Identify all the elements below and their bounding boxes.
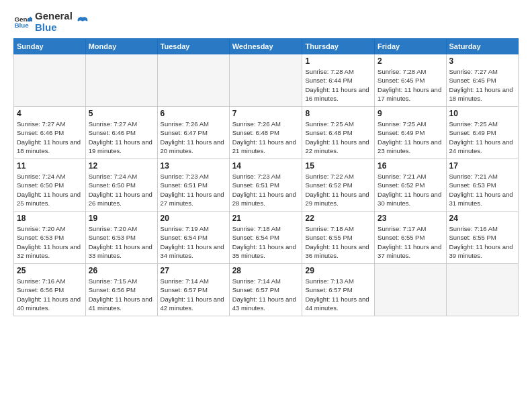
calendar-cell: 6Sunrise: 7:26 AM Sunset: 6:47 PM Daylig…: [157, 107, 229, 159]
day-info: Sunrise: 7:20 AM Sunset: 6:53 PM Dayligh…: [89, 224, 154, 260]
day-info: Sunrise: 7:16 AM Sunset: 6:55 PM Dayligh…: [449, 224, 515, 260]
weekday-header-wednesday: Wednesday: [229, 39, 302, 54]
calendar-cell: 27Sunrise: 7:14 AM Sunset: 6:57 PM Dayli…: [157, 264, 229, 316]
day-info: Sunrise: 7:20 AM Sunset: 6:53 PM Dayligh…: [17, 224, 83, 260]
calendar-week-4: 18Sunrise: 7:20 AM Sunset: 6:53 PM Dayli…: [14, 212, 519, 264]
calendar-cell: 28Sunrise: 7:14 AM Sunset: 6:57 PM Dayli…: [229, 264, 302, 316]
day-info: Sunrise: 7:25 AM Sunset: 6:49 PM Dayligh…: [378, 120, 443, 155]
day-info: Sunrise: 7:25 AM Sunset: 6:48 PM Dayligh…: [305, 120, 371, 155]
day-info: Sunrise: 7:14 AM Sunset: 6:57 PM Dayligh…: [161, 277, 226, 312]
weekday-header-tuesday: Tuesday: [157, 39, 229, 54]
calendar-cell: 21Sunrise: 7:18 AM Sunset: 6:54 PM Dayli…: [229, 212, 302, 264]
calendar-cell: 9Sunrise: 7:25 AM Sunset: 6:49 PM Daylig…: [375, 107, 446, 159]
calendar-week-5: 25Sunrise: 7:16 AM Sunset: 6:56 PM Dayli…: [14, 264, 519, 316]
calendar-cell: 23Sunrise: 7:17 AM Sunset: 6:55 PM Dayli…: [375, 212, 446, 264]
calendar-cell: 12Sunrise: 7:24 AM Sunset: 6:50 PM Dayli…: [85, 159, 157, 212]
day-number: 29: [305, 266, 371, 275]
logo-general: General: [35, 11, 73, 22]
calendar-week-1: 1Sunrise: 7:28 AM Sunset: 6:44 PM Daylig…: [14, 54, 519, 107]
day-number: 14: [232, 161, 300, 171]
calendar-cell: 18Sunrise: 7:20 AM Sunset: 6:53 PM Dayli…: [14, 212, 86, 264]
day-number: 26: [89, 266, 154, 275]
day-number: 28: [232, 266, 300, 275]
day-number: 4: [17, 109, 83, 118]
calendar-cell: 25Sunrise: 7:16 AM Sunset: 6:56 PM Dayli…: [14, 264, 86, 316]
day-number: 8: [305, 109, 371, 118]
day-number: 24: [449, 214, 515, 223]
calendar-cell: 22Sunrise: 7:18 AM Sunset: 6:55 PM Dayli…: [302, 212, 375, 264]
day-info: Sunrise: 7:26 AM Sunset: 6:47 PM Dayligh…: [161, 120, 226, 155]
day-info: Sunrise: 7:27 AM Sunset: 6:46 PM Dayligh…: [89, 120, 154, 155]
calendar-cell: 11Sunrise: 7:24 AM Sunset: 6:50 PM Dayli…: [14, 159, 86, 212]
day-info: Sunrise: 7:14 AM Sunset: 6:57 PM Dayligh…: [232, 277, 300, 312]
calendar-week-2: 4Sunrise: 7:27 AM Sunset: 6:46 PM Daylig…: [14, 107, 519, 159]
header: General Blue General Blue: [13, 11, 519, 33]
calendar-cell: 24Sunrise: 7:16 AM Sunset: 6:55 PM Dayli…: [446, 212, 518, 264]
calendar-cell: 29Sunrise: 7:13 AM Sunset: 6:57 PM Dayli…: [302, 264, 375, 316]
day-number: 17: [449, 161, 515, 171]
weekday-header-friday: Friday: [375, 39, 446, 54]
calendar-cell: 20Sunrise: 7:19 AM Sunset: 6:54 PM Dayli…: [157, 212, 229, 264]
day-number: 12: [89, 161, 154, 171]
day-number: 2: [378, 56, 443, 66]
day-info: Sunrise: 7:28 AM Sunset: 6:44 PM Dayligh…: [305, 67, 371, 103]
calendar-cell: 26Sunrise: 7:15 AM Sunset: 6:56 PM Dayli…: [85, 264, 157, 316]
page: General Blue General Blue SundayMondayTu…: [0, 0, 532, 411]
day-number: 10: [449, 109, 515, 118]
calendar-cell: 14Sunrise: 7:23 AM Sunset: 6:51 PM Dayli…: [229, 159, 302, 212]
day-info: Sunrise: 7:19 AM Sunset: 6:54 PM Dayligh…: [161, 224, 226, 260]
logo-blue: Blue: [35, 22, 73, 34]
day-info: Sunrise: 7:18 AM Sunset: 6:55 PM Dayligh…: [305, 224, 371, 260]
day-number: 25: [17, 266, 83, 275]
calendar-cell: 3Sunrise: 7:27 AM Sunset: 6:45 PM Daylig…: [446, 54, 518, 107]
calendar-cell: 8Sunrise: 7:25 AM Sunset: 6:48 PM Daylig…: [302, 107, 375, 159]
day-number: 1: [305, 56, 371, 66]
day-number: 23: [378, 214, 443, 223]
day-info: Sunrise: 7:24 AM Sunset: 6:50 PM Dayligh…: [17, 172, 83, 208]
day-number: 22: [305, 214, 371, 223]
day-number: 6: [161, 109, 226, 118]
weekday-header-thursday: Thursday: [302, 39, 375, 54]
calendar-cell: 15Sunrise: 7:22 AM Sunset: 6:52 PM Dayli…: [302, 159, 375, 212]
calendar-cell: 13Sunrise: 7:23 AM Sunset: 6:51 PM Dayli…: [157, 159, 229, 212]
calendar-cell: 7Sunrise: 7:26 AM Sunset: 6:48 PM Daylig…: [229, 107, 302, 159]
day-number: 9: [378, 109, 443, 118]
calendar-cell: 2Sunrise: 7:28 AM Sunset: 6:45 PM Daylig…: [375, 54, 446, 107]
day-number: 13: [161, 161, 226, 171]
day-number: 11: [17, 161, 83, 171]
day-number: 18: [17, 214, 83, 223]
calendar-cell: 4Sunrise: 7:27 AM Sunset: 6:46 PM Daylig…: [14, 107, 86, 159]
day-info: Sunrise: 7:15 AM Sunset: 6:56 PM Dayligh…: [89, 277, 154, 312]
day-info: Sunrise: 7:27 AM Sunset: 6:45 PM Dayligh…: [449, 67, 515, 103]
calendar-week-3: 11Sunrise: 7:24 AM Sunset: 6:50 PM Dayli…: [14, 159, 519, 212]
logo: General Blue General Blue: [13, 11, 90, 33]
calendar-cell: [14, 54, 86, 107]
day-info: Sunrise: 7:27 AM Sunset: 6:46 PM Dayligh…: [17, 120, 83, 155]
day-info: Sunrise: 7:26 AM Sunset: 6:48 PM Dayligh…: [232, 120, 300, 155]
day-info: Sunrise: 7:23 AM Sunset: 6:51 PM Dayligh…: [161, 172, 226, 208]
day-number: 27: [161, 266, 226, 275]
logo-bird-icon: [75, 15, 90, 30]
svg-text:Blue: Blue: [14, 21, 29, 29]
day-info: Sunrise: 7:21 AM Sunset: 6:53 PM Dayligh…: [449, 172, 515, 208]
day-info: Sunrise: 7:28 AM Sunset: 6:45 PM Dayligh…: [378, 67, 443, 103]
calendar-body: 1Sunrise: 7:28 AM Sunset: 6:44 PM Daylig…: [14, 54, 519, 316]
day-number: 15: [305, 161, 371, 171]
weekday-header-monday: Monday: [85, 39, 157, 54]
day-info: Sunrise: 7:17 AM Sunset: 6:55 PM Dayligh…: [378, 224, 443, 260]
day-info: Sunrise: 7:23 AM Sunset: 6:51 PM Dayligh…: [232, 172, 300, 208]
calendar-cell: [157, 54, 229, 107]
day-info: Sunrise: 7:18 AM Sunset: 6:54 PM Dayligh…: [232, 224, 300, 260]
day-number: 5: [89, 109, 154, 118]
logo-icon: General Blue: [13, 13, 32, 32]
calendar-header: SundayMondayTuesdayWednesdayThursdayFrid…: [14, 39, 519, 54]
day-info: Sunrise: 7:13 AM Sunset: 6:57 PM Dayligh…: [305, 277, 371, 312]
calendar-cell: [375, 264, 446, 316]
weekday-header-sunday: Sunday: [14, 39, 86, 54]
day-number: 21: [232, 214, 300, 223]
day-info: Sunrise: 7:22 AM Sunset: 6:52 PM Dayligh…: [305, 172, 371, 208]
day-number: 16: [378, 161, 443, 171]
day-info: Sunrise: 7:25 AM Sunset: 6:49 PM Dayligh…: [449, 120, 515, 155]
calendar-cell: [229, 54, 302, 107]
day-info: Sunrise: 7:24 AM Sunset: 6:50 PM Dayligh…: [89, 172, 154, 208]
